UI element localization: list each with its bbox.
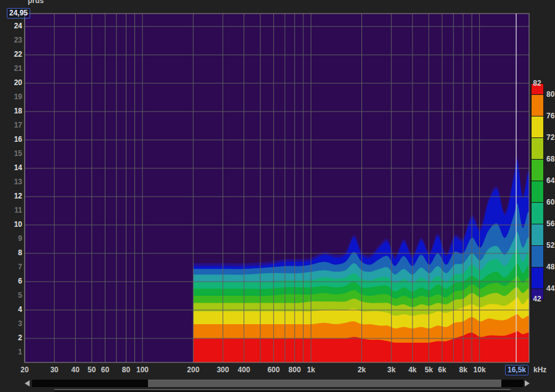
scrollbar-track[interactable] [32,380,524,387]
scrollbar-thumb[interactable] [148,380,501,387]
y-tick-label: 1 [2,348,22,356]
legend-boundary-label: 44 [546,284,554,293]
y-axis-max-input[interactable]: 24,95 [7,8,30,18]
x-tick-label: 1k [297,365,324,374]
y-tick-label: 17 [2,121,22,129]
y-tick-label: 14 [2,163,22,172]
y-tick-label: 10 [2,220,22,229]
y-tick-label: 23 [2,36,22,44]
y-tick-label: 15 [2,149,22,158]
y-tick-label: 3 [2,319,22,328]
x-axis-unit-label: kHz [533,365,546,374]
legend-boundary-label: 60 [546,198,554,206]
y-axis-unit-label: prds [28,0,44,5]
spectrogram-screen: prds 24,95 12345678910111213141516171819… [0,0,555,392]
x-tick-label: 20 [11,365,38,374]
y-tick-label: 19 [2,92,22,101]
y-tick-label: 24 [2,22,22,30]
y-tick-label: 21 [2,64,22,73]
legend-boundary-label: 72 [546,133,554,142]
x-tick-label: 10k [466,365,493,374]
y-tick-label: 18 [2,107,22,115]
y-tick-label: 13 [2,178,22,186]
legend-boundary-label: 80 [546,90,554,99]
scrollbar-left-arrow-icon[interactable] [25,380,30,386]
y-tick-label: 16 [2,135,22,144]
legend-boundary-label: 42 [529,295,545,303]
legend-boundary-label: 64 [546,176,554,185]
y-tick-label: 4 [2,305,22,314]
legend-color-block [532,138,543,160]
legend-color-block [532,246,543,267]
y-tick-label: 2 [2,333,22,342]
legend-boundary-label: 82 [529,79,545,88]
y-tick-label: 8 [2,248,22,257]
legend-boundary-label: 52 [546,241,554,250]
x-tick-label: 400 [231,365,258,374]
legend-color-block [532,181,543,203]
y-tick-label: 20 [2,78,22,87]
legend-boundary-label: 68 [546,155,554,163]
x-tick-label: 200 [179,365,207,374]
scrollbar-right-arrow-icon[interactable] [525,380,530,386]
legend-boundary-label: 76 [546,112,554,120]
y-tick-label: 9 [2,234,22,243]
x-tick-label: 100 [129,365,156,374]
legend-color-block [532,267,543,289]
x-axis-max-input[interactable]: 16,5k [505,365,528,375]
spectrogram-plot[interactable] [0,0,555,392]
legend-color-block [532,116,543,138]
y-tick-label: 11 [2,206,22,214]
legend-color-block [532,160,543,181]
legend-boundary-label: 56 [546,219,554,228]
legend-color-block [532,95,543,116]
y-tick-label: 7 [2,263,22,271]
y-tick-label: 12 [2,192,22,200]
x-tick-label: 2k [348,365,376,374]
legend-color-block [532,224,543,246]
y-tick-label: 22 [2,50,22,59]
legend-boundary-label: 48 [546,263,554,271]
legend-color-block [532,203,543,224]
y-tick-label: 5 [2,291,22,300]
bottom-panel-edge [54,389,511,392]
y-tick-label: 6 [2,277,22,285]
